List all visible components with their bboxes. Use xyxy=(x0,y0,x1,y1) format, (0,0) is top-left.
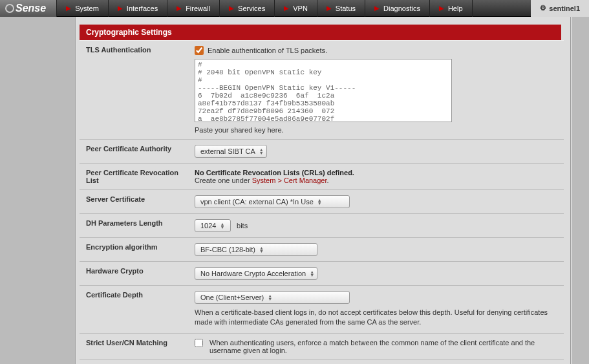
hostname-badge[interactable]: ⚙ sentinel1 xyxy=(531,0,589,17)
left-gutter xyxy=(0,17,76,364)
tls-key-textarea[interactable] xyxy=(195,59,452,122)
strict-label: Strict User/CN Matching xyxy=(80,333,188,359)
chevron-right-icon: ▶ xyxy=(284,5,289,12)
dh-value: 1024 xyxy=(200,222,216,230)
crl-none-text: No Certificate Revocation Lists (CRLs) d… xyxy=(195,169,557,177)
select-stepper-icon: ▲▼ xyxy=(220,222,224,229)
nav-interfaces[interactable]: ▶Interfaces xyxy=(109,0,167,17)
nav-system[interactable]: ▶System xyxy=(57,0,109,17)
hostname-text: sentinel1 xyxy=(549,5,580,12)
row-hw: Hardware Crypto No Hardware Crypto Accel… xyxy=(80,262,564,286)
dh-suffix: bits xyxy=(237,222,248,230)
row-server-cert: Server Certificate vpn client (CA: exter… xyxy=(80,190,564,214)
depth-value: One (Client+Server) xyxy=(200,294,264,301)
main-content: Cryptographic Settings TLS Authenticatio… xyxy=(76,17,571,364)
enc-value: BF-CBC (128-bit) xyxy=(200,246,255,253)
brand-icon xyxy=(5,4,14,13)
depth-description: When a certificate-based client logs in,… xyxy=(195,308,557,328)
peer-ca-value: external SIBT CA xyxy=(200,147,255,155)
cert-manager-link[interactable]: System > Cert Manager xyxy=(252,177,327,184)
tls-key-hint: Paste your shared key here. xyxy=(195,126,557,134)
nav-diagnostics[interactable]: ▶Diagnostics xyxy=(365,0,430,17)
brand-logo: Sense xyxy=(0,0,57,17)
tls-auth-checkbox[interactable] xyxy=(195,46,204,55)
nav-services-label: Services xyxy=(238,5,265,12)
depth-label: Certificate Depth xyxy=(80,286,188,334)
depth-select[interactable]: One (Client+Server) ▲▼ xyxy=(195,291,350,304)
chevron-right-icon: ▶ xyxy=(229,5,234,12)
select-stepper-icon: ▲▼ xyxy=(259,148,264,155)
row-enc: Encryption algorithm BF-CBC (128-bit) ▲▼ xyxy=(80,238,564,262)
row-depth: Certificate Depth One (Client+Server) ▲▼… xyxy=(80,286,564,334)
nav-firewall-label: Firewall xyxy=(186,5,210,12)
hw-label: Hardware Crypto xyxy=(80,262,188,286)
right-gutter xyxy=(571,17,589,364)
peer-ca-label: Peer Certificate Authority xyxy=(80,140,188,164)
server-cert-label: Server Certificate xyxy=(80,190,188,214)
peer-crl-label: Peer Certificate Revocation List xyxy=(80,164,188,190)
row-strict: Strict User/CN Matching When authenticat… xyxy=(80,333,564,359)
chevron-right-icon: ▶ xyxy=(327,5,332,12)
nav-help[interactable]: ▶Help xyxy=(430,0,473,17)
strict-checkbox[interactable] xyxy=(195,339,203,347)
nav-system-label: System xyxy=(75,5,99,12)
nav-status[interactable]: ▶Status xyxy=(317,0,365,17)
select-stepper-icon: ▲▼ xyxy=(268,294,272,301)
crl-create-suffix: . xyxy=(327,177,329,184)
chevron-right-icon: ▶ xyxy=(439,5,444,12)
chevron-right-icon: ▶ xyxy=(374,5,380,12)
row-peer-crl: Peer Certificate Revocation List No Cert… xyxy=(80,164,564,190)
chevron-right-icon: ▶ xyxy=(177,5,182,12)
settings-table: TLS Authentication Enable authentication… xyxy=(80,40,564,360)
tls-auth-checkbox-label: Enable authentication of TLS packets. xyxy=(208,47,327,54)
top-nav: Sense ▶System ▶Interfaces ▶Firewall ▶Ser… xyxy=(0,0,589,17)
select-stepper-icon: ▲▼ xyxy=(310,270,314,277)
panel-header: Cryptographic Settings xyxy=(80,25,561,40)
nav-services[interactable]: ▶Services xyxy=(220,0,275,17)
nav-status-label: Status xyxy=(336,5,356,12)
hw-select[interactable]: No Hardware Crypto Acceleration ▲▼ xyxy=(195,267,317,280)
chevron-right-icon: ▶ xyxy=(118,5,123,12)
panel-title: Cryptographic Settings xyxy=(86,28,172,37)
nav-help-label: Help xyxy=(448,5,463,12)
hw-value: No Hardware Crypto Acceleration xyxy=(200,270,306,277)
tls-auth-label: TLS Authentication xyxy=(80,41,188,140)
crl-create-prefix: Create one under xyxy=(195,177,252,184)
dh-label: DH Parameters Length xyxy=(80,214,188,238)
crl-create-line: Create one under System > Cert Manager. xyxy=(195,177,557,184)
server-cert-value: vpn client (CA: external CA) *In Use xyxy=(200,198,314,206)
select-stepper-icon: ▲▼ xyxy=(259,246,264,253)
brand-text: Sense xyxy=(16,3,46,14)
strict-description: When authenticating users, enforce a mat… xyxy=(209,339,557,354)
nav-firewall[interactable]: ▶Firewall xyxy=(167,0,220,17)
enc-select[interactable]: BF-CBC (128-bit) ▲▼ xyxy=(195,243,317,256)
nav-vpn-label: VPN xyxy=(293,5,308,12)
nav-menu: ▶System ▶Interfaces ▶Firewall ▶Services … xyxy=(57,0,531,17)
row-peer-ca: Peer Certificate Authority external SIBT… xyxy=(80,140,564,164)
nav-interfaces-label: Interfaces xyxy=(127,5,158,12)
peer-ca-select[interactable]: external SIBT CA ▲▼ xyxy=(195,145,267,158)
chevron-right-icon: ▶ xyxy=(66,5,71,12)
nav-vpn[interactable]: ▶VPN xyxy=(275,0,317,17)
enc-label: Encryption algorithm xyxy=(80,238,188,262)
nav-diagnostics-label: Diagnostics xyxy=(383,5,420,12)
row-dh: DH Parameters Length 1024 ▲▼ bits xyxy=(80,214,564,238)
server-cert-select[interactable]: vpn client (CA: external CA) *In Use ▲▼ xyxy=(195,195,350,208)
dh-select[interactable]: 1024 ▲▼ xyxy=(195,219,231,232)
hostname-icon: ⚙ xyxy=(540,4,546,12)
select-stepper-icon: ▲▼ xyxy=(317,198,322,205)
row-tls-auth: TLS Authentication Enable authentication… xyxy=(80,41,564,140)
